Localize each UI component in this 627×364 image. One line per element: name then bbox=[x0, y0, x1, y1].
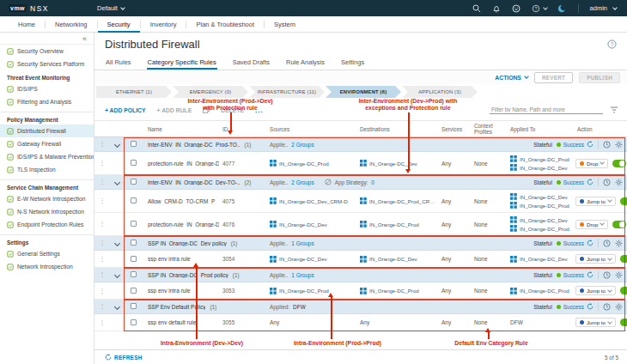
tab-rule-analysis[interactable]: Rule Analysis bbox=[285, 58, 326, 70]
policy-settings-icon[interactable] bbox=[615, 303, 623, 311]
help-icon[interactable]: ? bbox=[532, 4, 547, 13]
tab-all-rules[interactable]: All Rules bbox=[105, 58, 132, 70]
policy-checkbox[interactable] bbox=[127, 179, 144, 185]
nav-item-home[interactable]: Home bbox=[9, 16, 45, 33]
policy-status[interactable]: Success bbox=[557, 303, 594, 310]
policy-checkbox[interactable] bbox=[127, 141, 144, 148]
rule-enabled-toggle[interactable] bbox=[620, 255, 627, 263]
sidebar-item-gateway-firewall[interactable]: Gateway Firewall bbox=[0, 137, 94, 150]
nav-item-inventory[interactable]: Inventory bbox=[141, 16, 186, 33]
checkbox[interactable] bbox=[131, 271, 137, 277]
revert-button[interactable]: REVERT bbox=[534, 72, 573, 83]
expand-chevron-icon[interactable] bbox=[110, 143, 127, 147]
category-environment-6[interactable]: ENVIRONMENT (6) bbox=[326, 86, 401, 98]
action-select[interactable]: Jump to bbox=[575, 197, 616, 206]
filter-input[interactable] bbox=[490, 106, 603, 114]
filter-icon[interactable] bbox=[610, 106, 618, 114]
expand-chevron-icon[interactable] bbox=[110, 305, 127, 309]
policy-status[interactable]: Success bbox=[557, 141, 594, 148]
drag-handle-icon[interactable]: ⋮ bbox=[94, 179, 110, 185]
add-rule-button[interactable]: + ADD RULE bbox=[157, 107, 192, 113]
rule-checkbox[interactable] bbox=[127, 160, 144, 167]
checkbox[interactable] bbox=[131, 256, 137, 262]
category-application-3[interactable]: APPLICATION (3) bbox=[402, 86, 478, 98]
clone-icon[interactable] bbox=[203, 106, 210, 113]
refresh-status-icon[interactable] bbox=[587, 179, 594, 185]
policy-checkbox[interactable] bbox=[127, 240, 144, 246]
policy-settings-icon[interactable] bbox=[615, 271, 623, 279]
refresh-button[interactable]: REFRESH bbox=[105, 354, 143, 361]
rule-enabled-toggle[interactable] bbox=[612, 160, 626, 167]
action-select[interactable]: Jump to bbox=[575, 286, 616, 295]
action-select[interactable]: Jump to bbox=[575, 254, 616, 264]
policy-status[interactable]: Success bbox=[557, 179, 594, 185]
category-emergency-0[interactable]: EMERGENCY (0) bbox=[173, 86, 248, 98]
policy-stats-icon[interactable] bbox=[603, 271, 611, 279]
action-select[interactable]: Drop bbox=[575, 220, 608, 229]
notifications-icon[interactable] bbox=[492, 4, 501, 13]
rule-enabled-toggle[interactable] bbox=[612, 221, 626, 228]
collapse-sidebar-icon[interactable]: « bbox=[0, 33, 94, 45]
rule-checkbox[interactable] bbox=[127, 197, 144, 204]
checkbox[interactable] bbox=[131, 197, 137, 203]
drag-handle-icon[interactable]: ⋮ bbox=[94, 288, 110, 294]
checkbox[interactable] bbox=[131, 240, 137, 246]
category-infrastructure-11[interactable]: INFRASTRUCTURE (11) bbox=[249, 86, 325, 98]
checkbox[interactable] bbox=[131, 179, 137, 185]
applied-groups-link[interactable]: 2 Groups bbox=[291, 179, 314, 185]
publish-button[interactable]: PUBLISH bbox=[579, 72, 620, 83]
sidebar-item-security-overview[interactable]: Security Overview bbox=[0, 45, 94, 58]
policy-checkbox[interactable] bbox=[127, 303, 144, 310]
sidebar-item-security-services-platform[interactable]: Security Services Platform bbox=[0, 58, 94, 70]
sidebar-item-n-s-network-introspection[interactable]: N-S Network Introspection bbox=[0, 205, 94, 218]
app-strategy-value[interactable]: 0 bbox=[371, 179, 374, 185]
tab-settings[interactable]: Settings bbox=[340, 58, 365, 70]
policy-stats-icon[interactable] bbox=[603, 303, 611, 311]
org-switcher[interactable]: Default bbox=[97, 4, 125, 12]
tab-saved-drafts[interactable]: Saved Drafts bbox=[232, 58, 271, 70]
sidebar-item-tls-inspection[interactable]: TLS Inspection bbox=[0, 163, 94, 176]
nav-item-system[interactable]: System bbox=[265, 16, 305, 33]
applied-groups-link[interactable]: 1 Groups bbox=[291, 272, 314, 278]
drag-handle-icon[interactable]: ⋮ bbox=[94, 271, 110, 278]
checkbox[interactable] bbox=[131, 303, 137, 309]
rule-checkbox[interactable] bbox=[127, 288, 144, 294]
nav-item-networking[interactable]: Networking bbox=[46, 16, 97, 33]
action-select[interactable]: Jump to bbox=[575, 318, 616, 327]
policy-status[interactable]: Success bbox=[557, 271, 594, 278]
policy-status[interactable]: Success bbox=[557, 240, 594, 246]
sidebar-item-endpoint-protection-rules[interactable]: Endpoint Protection Rules bbox=[0, 218, 94, 231]
rule-enabled-toggle[interactable] bbox=[620, 318, 627, 326]
nav-item-plan-troubleshoot[interactable]: Plan & Troubleshoot bbox=[186, 16, 264, 33]
sidebar-item-e-w-network-introspection[interactable]: E-W Network Introspection bbox=[0, 192, 94, 205]
policy-settings-icon[interactable] bbox=[615, 141, 623, 149]
checkbox[interactable] bbox=[131, 160, 137, 166]
refresh-status-icon[interactable] bbox=[587, 271, 594, 278]
feedback-icon[interactable] bbox=[512, 4, 520, 13]
rule-checkbox[interactable] bbox=[127, 319, 144, 326]
rule-checkbox[interactable] bbox=[127, 256, 144, 263]
delete-button[interactable]: DELETE bbox=[221, 107, 244, 113]
sidebar-item-network-introspection[interactable]: Network Introspection bbox=[0, 260, 94, 273]
sidebar-item-ids-ips-malware-prevention[interactable]: IDS/IPS & Malware Prevention bbox=[0, 150, 94, 163]
applied-groups-link[interactable]: 2 Groups bbox=[291, 142, 314, 148]
sidebar-item-ids-ips[interactable]: IDS/IPS bbox=[0, 82, 94, 95]
rule-checkbox[interactable] bbox=[127, 221, 144, 228]
tab-category-specific-rules[interactable]: Category Specific Rules bbox=[147, 58, 217, 70]
nav-item-security[interactable]: Security bbox=[98, 16, 140, 33]
policy-settings-icon[interactable] bbox=[615, 179, 623, 186]
checkbox[interactable] bbox=[131, 319, 137, 325]
drag-handle-icon[interactable]: ⋮ bbox=[94, 303, 110, 310]
applied-groups-link[interactable]: 1 Groups bbox=[291, 240, 314, 246]
drag-handle-icon[interactable]: ⋮ bbox=[94, 256, 110, 263]
refresh-status-icon[interactable] bbox=[587, 303, 594, 310]
policy-stats-icon[interactable] bbox=[603, 141, 611, 149]
checkbox[interactable] bbox=[131, 221, 137, 227]
sidebar-item-filtering-and-analysis[interactable]: Filtering and Analysis bbox=[0, 95, 94, 108]
drag-handle-icon[interactable]: ⋮ bbox=[94, 221, 110, 228]
drag-handle-icon[interactable]: ⋮ bbox=[94, 197, 110, 204]
drag-handle-icon[interactable]: ⋮ bbox=[94, 141, 110, 148]
checkbox[interactable] bbox=[131, 141, 137, 147]
action-select[interactable]: Drop bbox=[575, 159, 608, 168]
expand-chevron-icon[interactable] bbox=[110, 241, 127, 246]
